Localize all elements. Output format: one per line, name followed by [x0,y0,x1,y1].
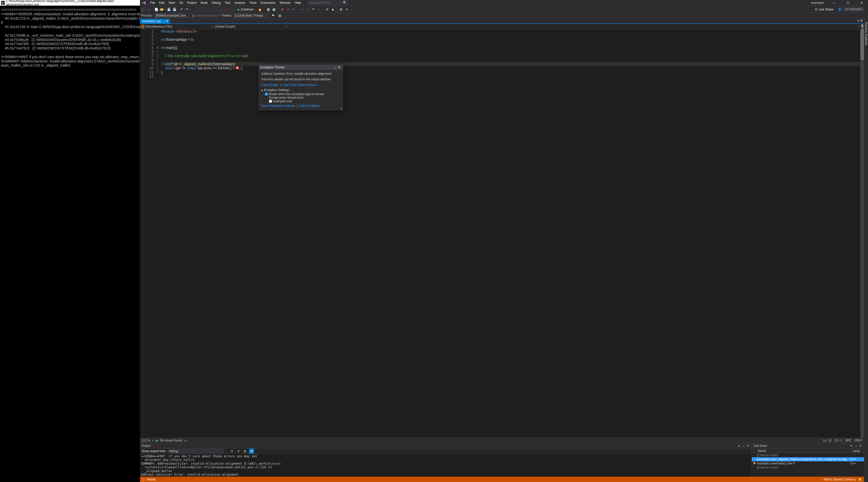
exception-titlebar[interactable]: Exception Thrown ⟂ ✕ [259,65,343,70]
callstack-row[interactable]: [External Code] [752,465,864,470]
start-liveshare-link[interactable]: Start Live Share session... [283,83,319,87]
menu-extensions[interactable]: Extensions [258,1,278,5]
output-body[interactable]: ==50984==HINT: if you don't care about t… [140,454,751,477]
callstack-row[interactable]: example1.exe!_aligned_malloc(unsigned in… [752,457,864,461]
thread-combo[interactable]: [11204] Main Thread [233,13,269,18]
exception-pin-icon[interactable]: ⟂ [333,65,337,69]
error-glyph-icon[interactable]: ✖ [236,66,239,70]
insights-button[interactable]: ⊞ [339,7,344,12]
menu-build[interactable]: Build [199,1,210,5]
status-box-icon[interactable]: ▢ [142,478,145,481]
lifecycle-events[interactable]: ▦ Lifecycle Events ▾ [192,14,220,17]
menu-view[interactable]: View [166,1,177,5]
minimize-button[interactable]: — [828,0,840,6]
zoom-level[interactable]: 111 % [142,439,150,442]
output-clear-icon[interactable]: ≡ [229,449,234,454]
pin-icon[interactable]: ⟂ [163,20,164,23]
step-out-button[interactable]: ↑ [316,7,321,12]
live-share-label[interactable]: Live Share [819,8,833,11]
redo-button[interactable]: ↷ [186,7,191,12]
stack-frame-icon[interactable]: ▤ [277,13,282,18]
open-button[interactable]: 📂 [161,7,166,12]
callstack-col-name[interactable]: Name [752,449,851,453]
menu-debug[interactable]: Debug [210,1,222,5]
menu-git[interactable]: Git [177,1,185,5]
restart-button[interactable]: ⟳ [291,7,296,12]
output-indent-icon[interactable]: ≣ [242,449,248,454]
char-indicator[interactable]: Ch: 1 [835,439,842,442]
tab-options-icon[interactable]: ⚙ [860,19,863,23]
save-button[interactable]: 💾 [166,7,171,12]
callstack-body[interactable]: [External Code] example1.exe!_aligned_ma… [752,453,864,477]
callstack-row[interactable]: [External Code] [752,453,864,457]
platform-combo[interactable] [215,7,236,12]
nav-fwd-button[interactable]: ◌ [147,7,152,12]
nav-member-combo[interactable] [288,24,860,29]
except-module-checkbox[interactable]: example1.exe [265,99,340,103]
diag-button[interactable]: ≡ [344,7,349,12]
step-into-button[interactable]: ↓ [305,7,310,12]
output-dropdown-icon[interactable]: ▾ [737,444,741,448]
close-button[interactable]: ✕ [856,0,867,6]
open-exception-settings-link[interactable]: Open Exception Settings [261,104,295,108]
exception-close-icon[interactable]: ✕ [337,65,341,69]
tab-close-icon[interactable]: ✕ [166,20,168,23]
menu-project[interactable]: Project [185,1,198,5]
copy-details-link[interactable]: Copy Details [261,83,279,87]
flag-icon[interactable]: ⚑ [271,13,276,18]
output-source-combo[interactable]: Debug [168,449,224,453]
new-item-button[interactable]: 📄 [155,7,160,12]
process-combo[interactable]: [50984] example1.exe [154,13,190,18]
resize-grip-icon[interactable]: ◢ [340,107,342,110]
continue-button[interactable]: ▶ Continue ▾ [236,8,257,11]
snapshot-button[interactable]: ◈ [330,7,335,12]
indent-mode[interactable]: SPC [845,439,851,442]
menu-edit[interactable]: Edit [157,1,166,5]
exception-settings-expander[interactable]: ▴ Exception Settings [261,88,340,92]
save-all-button[interactable]: 💾 [172,7,177,12]
code-body[interactable]: #include <Windows.h> int ExternalAlign =… [159,29,860,438]
break-when-thrown-checkbox[interactable]: Break when this exception type is thrown [265,92,340,96]
hot-reload-icon[interactable]: 🔥 [257,7,262,12]
solution-explorer-tab[interactable]: Solution Explorer [864,21,868,482]
search-input[interactable] [308,1,346,5]
nav-back-button[interactable]: ◌ [141,7,146,12]
glyph-margin[interactable] [140,29,144,438]
issues-label[interactable]: No issues found [160,439,182,442]
step-layout2-icon[interactable]: ▦ [271,7,276,12]
step-layout-icon[interactable]: ▦ [266,7,271,12]
nav-scope-combo[interactable]: (Global Scope) [214,24,288,29]
output-settings-icon[interactable]: ⊞ [249,449,254,454]
outlining-column[interactable]: ⊟│││ ││└ [156,29,159,438]
output-close-icon[interactable]: ✕ [746,444,750,448]
break-all-button[interactable]: ⏸ [280,7,285,12]
show-next-stmt-button[interactable]: → [299,7,304,12]
edit-conditions-link[interactable]: Edit Conditions [300,104,320,108]
callstack-dropdown-icon[interactable]: ▾ [850,444,853,448]
line-indicator[interactable]: Ln: 12 [823,439,832,442]
config-combo[interactable] [194,7,215,12]
search-box[interactable]: 🔍 [307,0,348,5]
feedback-icon[interactable]: 👤 [838,8,842,11]
menu-test[interactable]: Test [223,1,232,5]
callstack-pin-icon[interactable]: ⟂ [854,444,858,448]
tab-example1-cpp[interactable]: example1.cpp ⟂ ✕ [140,19,170,24]
output-pin-icon[interactable]: ⟂ [742,444,745,448]
callstack-row[interactable]: ⯈ example1.exe!main() Line 9 C++ [752,461,864,465]
maximize-button[interactable]: ☐ [842,0,854,6]
editor-scrollbar[interactable] [860,29,864,438]
stop-button[interactable]: ■ [285,7,290,12]
nav-project-combo[interactable]: Miscellaneous Files [140,24,214,29]
menu-analyze[interactable]: Analyze [232,1,248,5]
step-over-button[interactable]: ↷ [310,7,316,12]
menu-window[interactable]: Window [278,1,293,5]
console-titlebar[interactable]: C: C:\MSDN\cpp-docs-pr\docs\c-language\A… [0,0,140,6]
undo-button[interactable]: ↶ [180,7,185,12]
tab-dropdown-icon[interactable]: ▾ [858,19,859,23]
output-wrap-icon[interactable]: ↲ [236,449,241,454]
historical-button[interactable]: ↺ [324,7,330,12]
code-editor[interactable]: 1234 5678 9➤ 101112 ⊟│││ ││└ #include <W… [140,29,864,438]
menu-tools[interactable]: Tools [247,1,258,5]
menu-file[interactable]: File [148,1,157,5]
scrollbar-thumb[interactable] [860,29,864,60]
